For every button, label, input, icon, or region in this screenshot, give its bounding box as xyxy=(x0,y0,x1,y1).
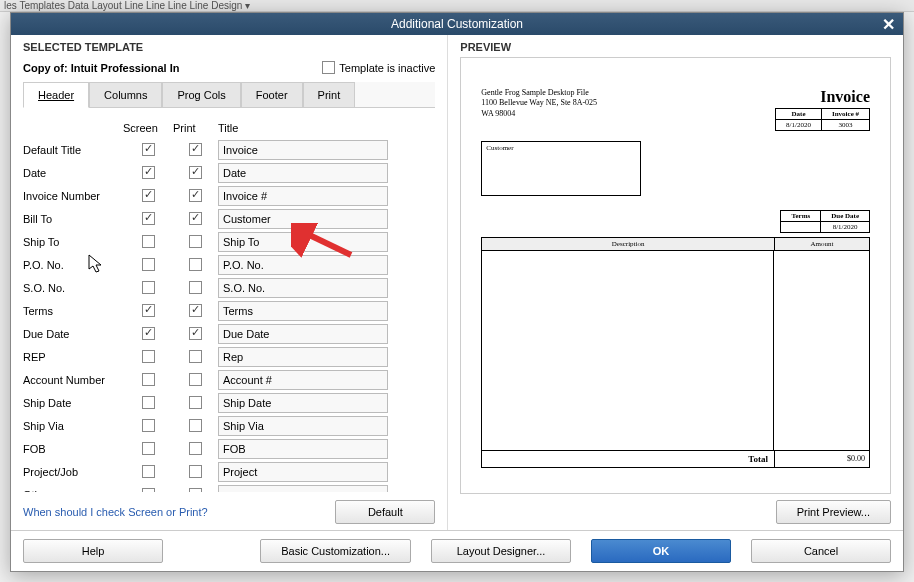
tab-prog-cols[interactable]: Prog Cols xyxy=(162,82,240,107)
help-button[interactable]: Help xyxy=(23,539,163,563)
background-menu: les Templates Data Layout Line Line Line… xyxy=(0,0,914,12)
field-row: Due Date xyxy=(23,322,435,345)
print-checkbox[interactable] xyxy=(189,189,202,202)
title-input[interactable] xyxy=(218,278,388,298)
print-checkbox[interactable] xyxy=(189,442,202,455)
preview-line-header: Description Amount xyxy=(481,237,870,251)
cancel-button[interactable]: Cancel xyxy=(751,539,891,563)
basic-customization-button[interactable]: Basic Customization... xyxy=(260,539,411,563)
screen-checkbox[interactable] xyxy=(142,373,155,386)
screen-checkbox[interactable] xyxy=(142,166,155,179)
field-row: Terms xyxy=(23,299,435,322)
inactive-label: Template is inactive xyxy=(339,62,435,74)
screen-checkbox[interactable] xyxy=(142,327,155,340)
preview-line-body xyxy=(481,251,870,451)
field-row: Invoice Number xyxy=(23,184,435,207)
print-checkbox[interactable] xyxy=(189,488,202,492)
preview-heading: PREVIEW xyxy=(460,41,891,53)
field-row: FOB xyxy=(23,437,435,460)
screen-checkbox[interactable] xyxy=(142,189,155,202)
field-label: Account Number xyxy=(23,374,123,386)
screen-checkbox[interactable] xyxy=(142,419,155,432)
print-checkbox[interactable] xyxy=(189,281,202,294)
preview-terms-due-table: TermsDue Date 8/1/2020 xyxy=(780,210,870,233)
field-label: Ship To xyxy=(23,236,123,248)
print-checkbox[interactable] xyxy=(189,166,202,179)
field-label: S.O. No. xyxy=(23,282,123,294)
title-input[interactable] xyxy=(218,255,388,275)
help-link-screen-print[interactable]: When should I check Screen or Print? xyxy=(23,506,208,518)
layout-designer-button[interactable]: Layout Designer... xyxy=(431,539,571,563)
preview-doc-title: Invoice xyxy=(775,88,870,106)
screen-checkbox[interactable] xyxy=(142,465,155,478)
template-name: Copy of: Intuit Professional In xyxy=(23,62,179,74)
preview-company-block: Gentle Frog Sample Desktop File 1100 Bel… xyxy=(481,88,597,131)
field-row: Account Number xyxy=(23,368,435,391)
print-checkbox[interactable] xyxy=(189,143,202,156)
screen-checkbox[interactable] xyxy=(142,258,155,271)
col-title: Title xyxy=(218,122,398,134)
ok-button[interactable]: OK xyxy=(591,539,731,563)
tab-header[interactable]: Header xyxy=(23,82,89,108)
screen-checkbox[interactable] xyxy=(142,488,155,492)
print-checkbox[interactable] xyxy=(189,258,202,271)
print-checkbox[interactable] xyxy=(189,212,202,225)
preview-customer-box: Customer xyxy=(481,141,641,196)
title-input[interactable] xyxy=(218,393,388,413)
screen-checkbox[interactable] xyxy=(142,212,155,225)
invoice-preview: Gentle Frog Sample Desktop File 1100 Bel… xyxy=(460,57,891,494)
print-checkbox[interactable] xyxy=(189,396,202,409)
field-row: S.O. No. xyxy=(23,276,435,299)
print-checkbox[interactable] xyxy=(189,419,202,432)
title-input[interactable] xyxy=(218,370,388,390)
left-pane: SELECTED TEMPLATE Copy of: Intuit Profes… xyxy=(11,35,447,530)
checkbox-icon[interactable] xyxy=(322,61,335,74)
print-checkbox[interactable] xyxy=(189,304,202,317)
print-preview-button[interactable]: Print Preview... xyxy=(776,500,891,524)
header-fields-grid: Screen Print Title Default TitleDateInvo… xyxy=(23,118,435,492)
title-input[interactable] xyxy=(218,347,388,367)
title-input[interactable] xyxy=(218,209,388,229)
field-label: Terms xyxy=(23,305,123,317)
screen-checkbox[interactable] xyxy=(142,442,155,455)
tab-columns[interactable]: Columns xyxy=(89,82,162,107)
screen-checkbox[interactable] xyxy=(142,396,155,409)
col-print: Print xyxy=(173,122,218,134)
print-checkbox[interactable] xyxy=(189,373,202,386)
template-inactive-checkbox[interactable]: Template is inactive xyxy=(322,61,435,74)
title-input[interactable] xyxy=(218,140,388,160)
field-row: Project/Job xyxy=(23,460,435,483)
title-input[interactable] xyxy=(218,462,388,482)
title-input[interactable] xyxy=(218,163,388,183)
title-input[interactable] xyxy=(218,186,388,206)
title-input[interactable] xyxy=(218,485,388,493)
screen-checkbox[interactable] xyxy=(142,235,155,248)
preview-pane: PREVIEW Gentle Frog Sample Desktop File … xyxy=(447,35,903,530)
screen-checkbox[interactable] xyxy=(142,304,155,317)
field-label: Project/Job xyxy=(23,466,123,478)
additional-customization-dialog: Additional Customization ✕ SELECTED TEMP… xyxy=(10,12,904,572)
print-checkbox[interactable] xyxy=(189,327,202,340)
print-checkbox[interactable] xyxy=(189,235,202,248)
title-input[interactable] xyxy=(218,232,388,252)
close-icon[interactable]: ✕ xyxy=(882,15,895,34)
screen-checkbox[interactable] xyxy=(142,281,155,294)
tab-print[interactable]: Print xyxy=(303,82,356,107)
print-checkbox[interactable] xyxy=(189,465,202,478)
screen-checkbox[interactable] xyxy=(142,350,155,363)
title-input[interactable] xyxy=(218,416,388,436)
field-label: Ship Date xyxy=(23,397,123,409)
title-input[interactable] xyxy=(218,439,388,459)
default-button[interactable]: Default xyxy=(335,500,435,524)
field-label: REP xyxy=(23,351,123,363)
field-label: Default Title xyxy=(23,144,123,156)
field-label: P.O. No. xyxy=(23,259,123,271)
print-checkbox[interactable] xyxy=(189,350,202,363)
field-row: Bill To xyxy=(23,207,435,230)
tab-footer[interactable]: Footer xyxy=(241,82,303,107)
title-input[interactable] xyxy=(218,324,388,344)
screen-checkbox[interactable] xyxy=(142,143,155,156)
title-input[interactable] xyxy=(218,301,388,321)
dialog-footer: Help Basic Customization... Layout Desig… xyxy=(11,530,903,571)
field-label: Date xyxy=(23,167,123,179)
